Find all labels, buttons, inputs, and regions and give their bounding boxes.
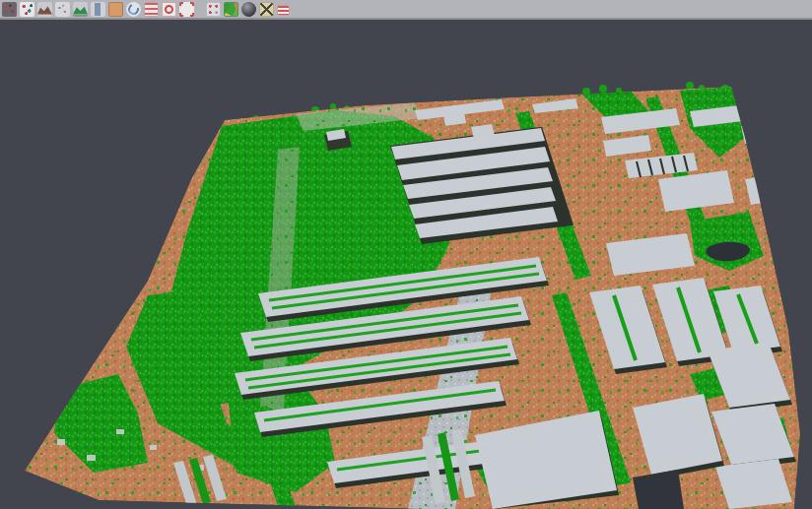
red-target-icon[interactable]	[162, 2, 176, 17]
classification-map-icon[interactable]	[224, 2, 238, 17]
red-selection-box-icon[interactable]	[179, 2, 194, 17]
profile-view-icon[interactable]	[91, 2, 105, 17]
red-layers-icon[interactable]	[144, 2, 159, 17]
sync-globe-icon[interactable]	[126, 2, 141, 17]
app-window	[0, 0, 812, 509]
clip-box-icon[interactable]	[259, 2, 274, 17]
vegetation-hill-icon[interactable]	[73, 2, 88, 17]
sparse-points-icon[interactable]	[55, 2, 70, 17]
point-cloud-render	[0, 22, 812, 509]
grid-sample-icon[interactable]	[206, 2, 221, 17]
toolbar	[0, 0, 812, 20]
point-cloud-viewport[interactable]	[0, 22, 812, 509]
terrain-brown-hill-icon[interactable]	[37, 2, 52, 17]
point-cloud-dark-icon[interactable]	[2, 2, 17, 17]
classified-points-icon[interactable]	[20, 2, 34, 17]
dark-sphere-icon[interactable]	[241, 2, 256, 17]
ortho-image-icon[interactable]	[108, 2, 123, 17]
red-flag-icon[interactable]	[277, 5, 290, 16]
